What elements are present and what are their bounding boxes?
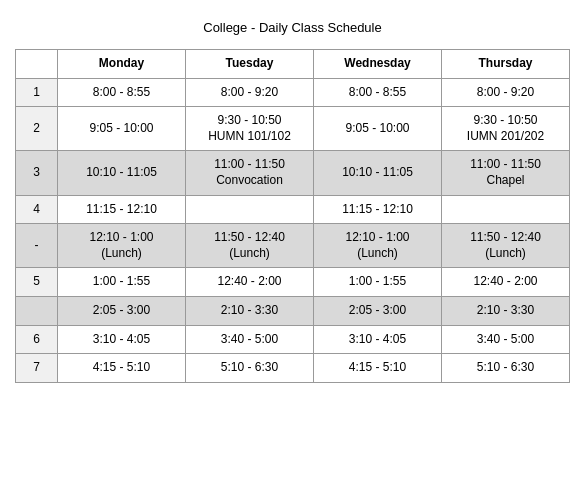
period-cell: 2 [16,107,58,151]
period-cell: 4 [16,195,58,224]
table-row: 2:05 - 3:002:10 - 3:302:05 - 3:002:10 - … [16,296,570,325]
page-title: College - Daily Class Schedule [15,20,570,35]
table-row: 74:15 - 5:105:10 - 6:304:15 - 5:105:10 -… [16,354,570,383]
period-cell: 6 [16,325,58,354]
table-row: 310:10 - 11:0511:00 - 11:50Convocation10… [16,151,570,195]
cell-monday: 12:10 - 1:00(Lunch) [58,224,186,268]
cell-wednesday: 10:10 - 11:05 [314,151,442,195]
period-cell: 7 [16,354,58,383]
cell-tuesday: 2:10 - 3:30 [186,296,314,325]
cell-tuesday: 5:10 - 6:30 [186,354,314,383]
header-period [16,50,58,79]
period-cell: 5 [16,268,58,297]
cell-monday: 10:10 - 11:05 [58,151,186,195]
header-thursday: Thursday [442,50,570,79]
period-cell: 1 [16,78,58,107]
cell-wednesday: 2:05 - 3:00 [314,296,442,325]
header-monday: Monday [58,50,186,79]
cell-thursday: 5:10 - 6:30 [442,354,570,383]
cell-thursday: 2:10 - 3:30 [442,296,570,325]
table-row: 51:00 - 1:5512:40 - 2:001:00 - 1:5512:40… [16,268,570,297]
cell-tuesday: 11:50 - 12:40(Lunch) [186,224,314,268]
header-tuesday: Tuesday [186,50,314,79]
cell-tuesday: 9:30 - 10:50HUMN 101/102 [186,107,314,151]
header-row: Monday Tuesday Wednesday Thursday [16,50,570,79]
cell-thursday: 3:40 - 5:00 [442,325,570,354]
cell-wednesday: 1:00 - 1:55 [314,268,442,297]
table-row: 29:05 - 10:009:30 - 10:50HUMN 101/1029:0… [16,107,570,151]
cell-tuesday: 11:00 - 11:50Convocation [186,151,314,195]
cell-monday: 3:10 - 4:05 [58,325,186,354]
cell-wednesday: 4:15 - 5:10 [314,354,442,383]
cell-thursday: 9:30 - 10:50IUMN 201/202 [442,107,570,151]
cell-thursday: 11:50 - 12:40(Lunch) [442,224,570,268]
table-row: 411:15 - 12:1011:15 - 12:10 [16,195,570,224]
cell-monday: 2:05 - 3:00 [58,296,186,325]
cell-thursday [442,195,570,224]
cell-tuesday [186,195,314,224]
cell-thursday: 12:40 - 2:00 [442,268,570,297]
period-cell [16,296,58,325]
cell-monday: 11:15 - 12:10 [58,195,186,224]
cell-monday: 4:15 - 5:10 [58,354,186,383]
cell-monday: 8:00 - 8:55 [58,78,186,107]
header-wednesday: Wednesday [314,50,442,79]
cell-monday: 1:00 - 1:55 [58,268,186,297]
table-row: -12:10 - 1:00(Lunch)11:50 - 12:40(Lunch)… [16,224,570,268]
period-cell: 3 [16,151,58,195]
cell-wednesday: 8:00 - 8:55 [314,78,442,107]
cell-wednesday: 12:10 - 1:00(Lunch) [314,224,442,268]
cell-wednesday: 9:05 - 10:00 [314,107,442,151]
cell-tuesday: 3:40 - 5:00 [186,325,314,354]
period-cell: - [16,224,58,268]
cell-tuesday: 8:00 - 9:20 [186,78,314,107]
cell-tuesday: 12:40 - 2:00 [186,268,314,297]
table-row: 63:10 - 4:053:40 - 5:003:10 - 4:053:40 -… [16,325,570,354]
cell-thursday: 11:00 - 11:50Chapel [442,151,570,195]
cell-thursday: 8:00 - 9:20 [442,78,570,107]
cell-wednesday: 11:15 - 12:10 [314,195,442,224]
cell-wednesday: 3:10 - 4:05 [314,325,442,354]
table-row: 18:00 - 8:558:00 - 9:208:00 - 8:558:00 -… [16,78,570,107]
schedule-table: Monday Tuesday Wednesday Thursday 18:00 … [15,49,570,383]
cell-monday: 9:05 - 10:00 [58,107,186,151]
